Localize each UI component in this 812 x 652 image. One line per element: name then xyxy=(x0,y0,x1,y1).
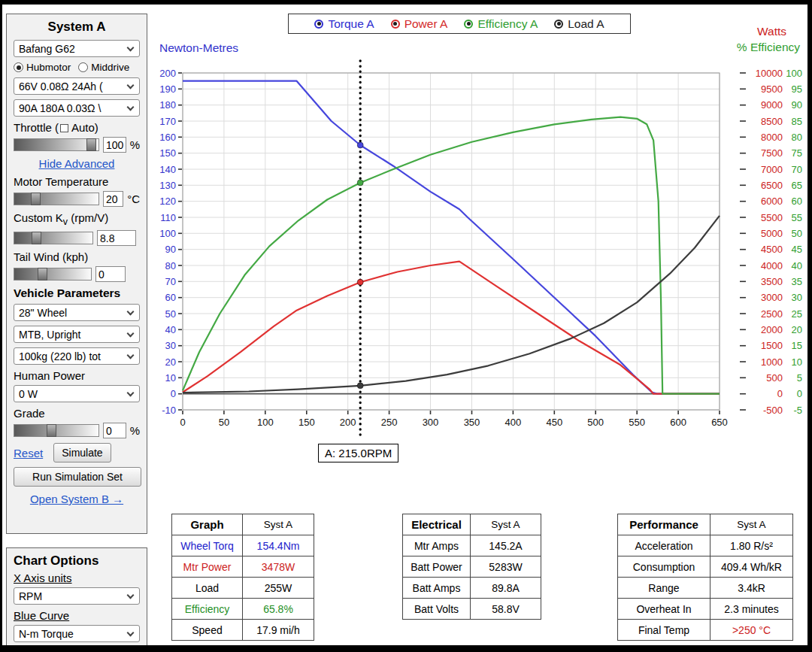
blue-curve-select[interactable]: N-m Torque xyxy=(14,625,140,642)
chevron-down-icon xyxy=(127,82,135,89)
table-cell: 2.3 minutes xyxy=(710,599,793,620)
middrive-radio-label: Middrive xyxy=(91,62,129,73)
open-system-b-link[interactable]: Open System B → xyxy=(30,493,123,505)
svg-text:50: 50 xyxy=(792,228,802,239)
svg-text:9500: 9500 xyxy=(761,83,783,95)
battery-preset-select[interactable]: 66V 0.08Ω 24Ah ( xyxy=(14,77,140,95)
grade-input[interactable]: 0 xyxy=(103,423,126,438)
table-cell: Speed xyxy=(172,620,243,641)
throttle-slider[interactable] xyxy=(14,138,99,151)
motor-temperature-unit-label: °C xyxy=(127,193,140,205)
throttle-auto-checkbox[interactable] xyxy=(60,124,68,132)
table-row: Range3.4kR xyxy=(618,578,793,599)
table-col-header: Syst A xyxy=(710,514,793,535)
svg-text:190: 190 xyxy=(159,83,176,95)
custom-kv-input[interactable]: 8.8 xyxy=(97,230,136,246)
human-power-value: 0 W xyxy=(19,388,38,400)
motor-type-radios: Hubmotor Middrive xyxy=(14,62,140,73)
table-row: Acceleration1.80 R/s² xyxy=(618,535,793,556)
table-row: Wheel Torq154.4Nm xyxy=(172,535,314,556)
motor-preset-select[interactable]: Bafang G62 xyxy=(14,40,140,57)
table-row: Final Temp>250 °C xyxy=(618,620,793,641)
chart-plot[interactable]: -100102030405060708090100110120130140150… xyxy=(150,59,807,469)
svg-text:250: 250 xyxy=(381,417,398,428)
svg-text:55: 55 xyxy=(792,212,802,223)
hide-advanced-link[interactable]: Hide Advanced xyxy=(39,157,115,170)
grade-slider-thumb[interactable] xyxy=(47,424,56,437)
table-cell: 1.80 R/s² xyxy=(710,535,793,556)
power-radio-icon[interactable] xyxy=(391,20,400,29)
svg-text:6000: 6000 xyxy=(761,196,783,207)
reset-link[interactable]: Reset xyxy=(14,447,43,459)
legend-load-a[interactable]: Load A xyxy=(554,17,604,31)
grade-slider[interactable] xyxy=(14,424,99,437)
svg-text:2500: 2500 xyxy=(761,308,783,320)
custom-kv-label-text: Custom K xyxy=(14,211,63,224)
throttle-value-input[interactable]: 100 xyxy=(103,137,126,153)
svg-text:10000: 10000 xyxy=(756,68,783,79)
tail-wind-input[interactable]: 0 xyxy=(95,266,126,282)
blue-curve-label: Blue Curve xyxy=(14,609,140,622)
run-simulation-set-button[interactable]: Run Simulation Set xyxy=(14,467,141,487)
table-cell: Efficiency xyxy=(172,599,243,620)
svg-text:400: 400 xyxy=(505,417,522,428)
table-cell: Consumption xyxy=(618,556,710,578)
human-power-select[interactable]: 0 W xyxy=(14,385,140,402)
legend-power-a[interactable]: Power A xyxy=(391,17,448,31)
grade-unit-label: % xyxy=(130,424,140,437)
svg-text:45: 45 xyxy=(792,244,802,255)
table-row: Efficiency65.8% xyxy=(172,599,314,620)
chart-options-title: Chart Options xyxy=(14,553,140,569)
efficiency-radio-icon[interactable] xyxy=(464,20,473,29)
electrical-table: ElectricalSyst A Mtr Amps145.2A Batt Pow… xyxy=(402,514,541,620)
total-weight-value: 100kg (220 lb) tot xyxy=(19,350,101,362)
middrive-radio[interactable] xyxy=(78,62,88,72)
torque-radio-icon[interactable] xyxy=(314,20,323,29)
tail-wind-slider-thumb[interactable] xyxy=(38,268,47,281)
x-axis-units-select[interactable]: RPM xyxy=(14,587,140,605)
table-col-header: Syst A xyxy=(471,514,541,535)
wheel-size-select[interactable]: 28" Wheel xyxy=(14,304,140,321)
motor-temperature-input[interactable]: 20 xyxy=(103,191,123,207)
throttle-slider-thumb[interactable] xyxy=(86,138,96,151)
motor-temperature-slider-thumb[interactable] xyxy=(31,193,41,205)
controller-preset-select[interactable]: 90A 180A 0.03Ω \ xyxy=(14,99,140,117)
svg-text:5000: 5000 xyxy=(761,228,783,239)
svg-text:100: 100 xyxy=(786,68,802,79)
motor-preset-value: Bafang G62 xyxy=(19,43,75,55)
load-radio-icon[interactable] xyxy=(554,20,563,29)
tail-wind-slider[interactable] xyxy=(14,268,92,281)
controller-preset-value: 90A 180A 0.03Ω \ xyxy=(19,102,101,114)
riding-position-select[interactable]: MTB, Upright xyxy=(14,326,140,343)
table-header-row: ElectricalSyst A xyxy=(403,514,541,535)
custom-kv-slider[interactable] xyxy=(14,232,93,244)
curve-legend: Torque A Power A Efficiency A Load A xyxy=(288,14,631,34)
svg-text:1000: 1000 xyxy=(761,356,783,368)
simulate-button[interactable]: Simulate xyxy=(53,443,111,462)
svg-text:3000: 3000 xyxy=(761,292,783,303)
cursor-readout-box: A: 215.0RPM xyxy=(318,444,398,462)
table-cell: Batt Power xyxy=(403,556,471,578)
table-cell: 3478W xyxy=(243,556,314,578)
svg-text:0: 0 xyxy=(171,388,176,399)
svg-text:70: 70 xyxy=(165,276,176,287)
table-row: Consumption409.4 Wh/kR xyxy=(618,556,793,578)
svg-text:40: 40 xyxy=(165,324,176,335)
hubmotor-radio-label: Hubmotor xyxy=(26,62,71,73)
legend-efficiency-label: Efficiency A xyxy=(477,17,538,31)
svg-text:8000: 8000 xyxy=(761,132,783,143)
chart-options-panel: Chart Options X Axis units RPM Blue Curv… xyxy=(6,547,147,645)
legend-torque-a[interactable]: Torque A xyxy=(314,17,374,31)
custom-kv-label-suffix: (rpm/V) xyxy=(68,211,108,224)
svg-text:50: 50 xyxy=(219,417,229,428)
svg-text:550: 550 xyxy=(629,417,645,428)
svg-text:140: 140 xyxy=(159,164,176,175)
svg-text:10: 10 xyxy=(792,356,802,368)
legend-efficiency-a[interactable]: Efficiency A xyxy=(464,17,538,31)
battery-preset-value: 66V 0.08Ω 24Ah ( xyxy=(19,80,103,92)
svg-text:350: 350 xyxy=(464,417,480,428)
motor-temperature-slider[interactable] xyxy=(14,193,99,205)
custom-kv-slider-thumb[interactable] xyxy=(32,232,41,244)
hubmotor-radio[interactable] xyxy=(14,62,23,72)
total-weight-select[interactable]: 100kg (220 lb) tot xyxy=(14,347,140,365)
